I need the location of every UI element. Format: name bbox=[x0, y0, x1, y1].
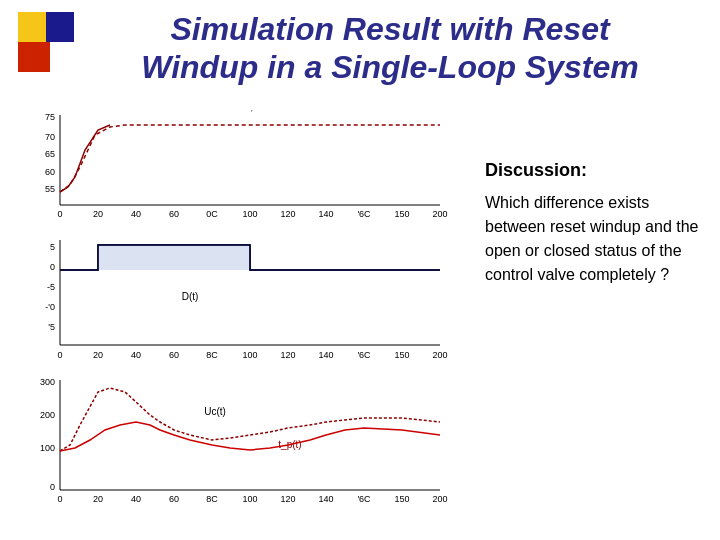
svg-text:Ym, %: Ym, % bbox=[235, 110, 265, 112]
svg-text:200: 200 bbox=[432, 494, 447, 504]
red-square bbox=[18, 42, 50, 72]
svg-text:60: 60 bbox=[169, 494, 179, 504]
svg-text:0: 0 bbox=[57, 209, 62, 219]
svg-text:-5: -5 bbox=[47, 282, 55, 292]
svg-text:0: 0 bbox=[50, 262, 55, 272]
svg-text:120: 120 bbox=[280, 494, 295, 504]
svg-text:20: 20 bbox=[93, 209, 103, 219]
blue-square bbox=[46, 12, 74, 42]
svg-text:100: 100 bbox=[242, 350, 257, 360]
title-line1: Simulation Result with Reset Windup in a… bbox=[80, 10, 700, 87]
svg-text:40: 40 bbox=[131, 350, 141, 360]
svg-text:60: 60 bbox=[169, 350, 179, 360]
decorative-squares bbox=[18, 12, 73, 72]
svg-text:'6C: '6C bbox=[357, 209, 371, 219]
svg-text:75: 75 bbox=[45, 112, 55, 122]
svg-text:'6C: '6C bbox=[357, 350, 371, 360]
svg-text:20: 20 bbox=[93, 350, 103, 360]
svg-text:70: 70 bbox=[45, 132, 55, 142]
svg-text:'6C: '6C bbox=[357, 494, 371, 504]
svg-text:0: 0 bbox=[50, 482, 55, 492]
svg-text:0C: 0C bbox=[206, 209, 218, 219]
svg-text:100: 100 bbox=[242, 209, 257, 219]
svg-text:D(t): D(t) bbox=[182, 291, 199, 302]
svg-text:65: 65 bbox=[45, 149, 55, 159]
svg-text:-'0: -'0 bbox=[45, 302, 55, 312]
discussion-heading: Discussion: bbox=[485, 160, 705, 181]
svg-text:140: 140 bbox=[318, 209, 333, 219]
svg-text:40: 40 bbox=[131, 494, 141, 504]
svg-text:200: 200 bbox=[40, 410, 55, 420]
svg-text:8C: 8C bbox=[206, 494, 218, 504]
svg-text:5: 5 bbox=[50, 242, 55, 252]
svg-text:60: 60 bbox=[45, 167, 55, 177]
charts-svg: 75 70 65 60 55 0 20 40 60 0C 100 120 140… bbox=[15, 110, 475, 510]
discussion-body: Which difference exists between reset wi… bbox=[485, 191, 705, 287]
discussion-area: Discussion: Which difference exists betw… bbox=[485, 160, 705, 287]
svg-text:140: 140 bbox=[318, 494, 333, 504]
svg-text:100: 100 bbox=[242, 494, 257, 504]
svg-text:200: 200 bbox=[432, 350, 447, 360]
svg-text:Uc(t): Uc(t) bbox=[204, 406, 226, 417]
svg-text:120: 120 bbox=[280, 209, 295, 219]
charts-area: 75 70 65 60 55 0 20 40 60 0C 100 120 140… bbox=[15, 110, 475, 510]
svg-text:150: 150 bbox=[394, 209, 409, 219]
svg-text:m r: m r bbox=[243, 507, 258, 510]
svg-text:0: 0 bbox=[57, 494, 62, 504]
slide-title: Simulation Result with Reset Windup in a… bbox=[80, 10, 700, 87]
svg-text:20: 20 bbox=[93, 494, 103, 504]
svg-text:140: 140 bbox=[318, 350, 333, 360]
svg-text:8C: 8C bbox=[206, 350, 218, 360]
svg-text:55: 55 bbox=[45, 184, 55, 194]
svg-text:40: 40 bbox=[131, 209, 141, 219]
svg-text:150: 150 bbox=[394, 350, 409, 360]
svg-text:'5: '5 bbox=[48, 322, 55, 332]
svg-text:0: 0 bbox=[57, 350, 62, 360]
svg-text:100: 100 bbox=[40, 443, 55, 453]
svg-text:60: 60 bbox=[169, 209, 179, 219]
svg-rect-39 bbox=[98, 245, 250, 270]
svg-text:150: 150 bbox=[394, 494, 409, 504]
svg-text:300: 300 bbox=[40, 377, 55, 387]
svg-text:120: 120 bbox=[280, 350, 295, 360]
slide-container: Simulation Result with Reset Windup in a… bbox=[0, 0, 720, 540]
svg-text:200: 200 bbox=[432, 209, 447, 219]
